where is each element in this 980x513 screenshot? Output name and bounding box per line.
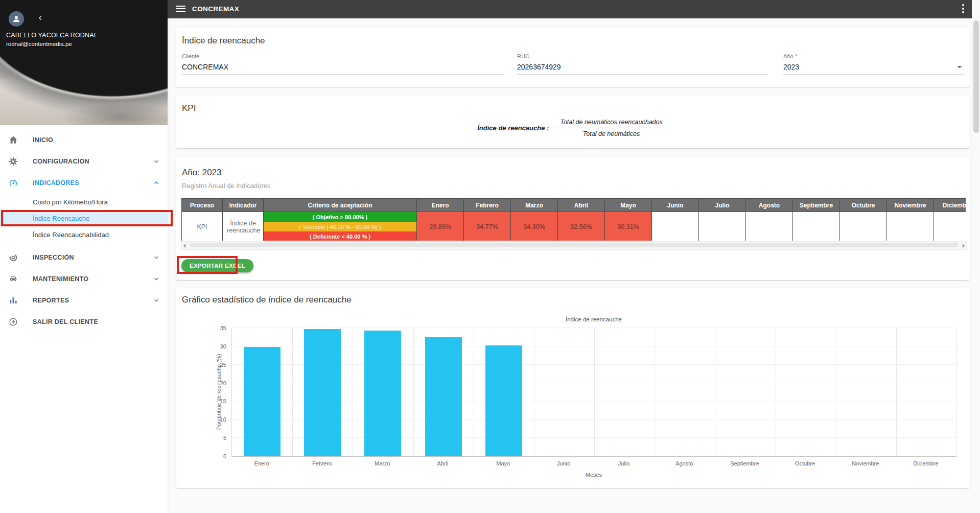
- bar-abril: [425, 337, 462, 457]
- sidebar-item-label: INDICADORES: [33, 179, 79, 186]
- ano-label: Año *: [783, 53, 964, 59]
- bar-marzo: [364, 331, 401, 456]
- ruc-label: RUC: [517, 53, 768, 59]
- cliente-field[interactable]: Cliente CONCREMAX: [182, 53, 504, 75]
- chart-card: Gráfico estadístico de índice de reencau…: [176, 288, 970, 488]
- chart-y-ticks: 05101520253035: [205, 328, 226, 456]
- bar-febrero: [304, 329, 341, 456]
- scroll-left-arrow-icon[interactable]: [183, 244, 185, 248]
- y-tick-label: 25: [220, 362, 226, 368]
- annual-table-wrapper[interactable]: ProcesoIndicadorCriterio de aceptaciónEn…: [181, 198, 966, 241]
- gridline: [715, 328, 715, 456]
- x-tick-label: Mayo: [473, 460, 533, 467]
- month-value-cell: 34.77%: [464, 212, 511, 241]
- x-tick-label: Diciembre: [896, 460, 956, 467]
- x-tick-label: Marzo: [352, 460, 412, 467]
- sidebar-item-indicadores[interactable]: INDICADORES: [0, 172, 168, 194]
- chevron-down-icon: [153, 254, 159, 261]
- sidebar-item-label: CONFIGURACION: [33, 158, 89, 165]
- collapse-sidebar-icon[interactable]: [37, 14, 43, 23]
- table-horizontal-scrollbar[interactable]: [181, 241, 967, 250]
- annual-table: ProcesoIndicadorCriterio de aceptaciónEn…: [181, 198, 966, 241]
- export-excel-button[interactable]: EXPORTAR EXCEL: [181, 259, 253, 272]
- table-header-cell: Enero: [417, 199, 464, 212]
- chart-plot-area: [231, 328, 956, 457]
- table-header-cell: Julio: [699, 199, 746, 212]
- scrollbar-thumb[interactable]: [190, 243, 958, 247]
- exit-icon: [8, 316, 19, 328]
- criterio-cell: ( Objetivo > 80.00% )( Tolerable [ 40.00…: [264, 212, 417, 241]
- x-tick-label: Julio: [594, 460, 654, 467]
- kpi-fraction: Total de neumáticos reencauchados Total …: [554, 119, 668, 137]
- bar-chart-icon: [8, 295, 19, 306]
- sidebar-item-inicio[interactable]: INICIO: [0, 129, 168, 151]
- sidebar-item-label: MANTENIMIENTO: [33, 275, 88, 283]
- y-tick-label: 30: [220, 343, 226, 349]
- month-value-cell: [934, 212, 966, 241]
- table-header-cell: Indicador: [223, 199, 264, 212]
- sidebar-item-indice-reencauchabilidad[interactable]: Índice Reencauchabilidad: [0, 226, 168, 243]
- criteria-band: ( Tolerable [ 40.00 % - 80.00 %] ): [264, 222, 416, 231]
- annual-title: Año: 2023: [182, 168, 222, 178]
- x-tick-label: Octubre: [775, 460, 835, 467]
- user-name: CABELLO YACOLCA RODNAL: [6, 32, 98, 39]
- x-tick-label: Noviembre: [835, 460, 896, 467]
- y-tick-label: 10: [220, 416, 226, 423]
- sidebar-item-label: Índice Reencauchabilidad: [33, 231, 109, 239]
- kebab-menu-icon[interactable]: [962, 4, 965, 15]
- sidebar-item-label: INICIO: [33, 136, 53, 144]
- main-content: Índice de reencauche Cliente CONCREMAX R…: [168, 18, 972, 513]
- chevron-down-icon: [153, 297, 159, 304]
- sidebar-item-salir-del-cliente[interactable]: SALIR DEL CLIENTE: [0, 311, 168, 333]
- month-value-cell: [746, 212, 793, 241]
- table-header-cell: Junio: [652, 199, 699, 212]
- home-icon: [8, 134, 19, 146]
- scroll-right-arrow-icon[interactable]: [963, 244, 965, 248]
- filter-card: Índice de reencauche Cliente CONCREMAX R…: [176, 28, 970, 87]
- bar-enero: [244, 347, 281, 456]
- kpi-formula-label: Índice de reencauche :: [477, 124, 549, 132]
- criteria-band: ( Deficiente < 40.00 % ): [264, 231, 416, 241]
- sidebar-item-inspeccion[interactable]: INSPECCIÓN: [0, 247, 168, 268]
- x-tick-label: Agosto: [654, 460, 714, 467]
- month-value-cell: [652, 212, 699, 241]
- speedometer-icon: [8, 177, 19, 189]
- x-tick-label: Abril: [413, 460, 473, 467]
- sidebar-item-costo-por-kilometro-hora[interactable]: Costo por Kilómetro/Hora: [0, 194, 168, 210]
- sidebar-item-indice-reencauche[interactable]: Índice Reencauche: [0, 210, 168, 226]
- ruc-field[interactable]: RUC 20263674929: [517, 53, 768, 75]
- annual-subtitle: Registro Anual de Indicadores: [182, 182, 270, 190]
- table-header-cell: Proceso: [182, 199, 223, 212]
- indicador-cell: Índice de reencauche: [223, 212, 264, 241]
- chevron-up-icon: [153, 180, 159, 186]
- app-root: CABELLO YACOLCA RODNAL rodnal@contentmed…: [0, 0, 980, 513]
- table-header-cell: Agosto: [746, 199, 793, 212]
- menu-icon[interactable]: [176, 6, 185, 13]
- sidebar-item-mantenimiento[interactable]: MANTENIMIENTO: [0, 268, 168, 290]
- month-value-cell: [699, 212, 746, 241]
- gridline: [292, 328, 293, 456]
- page-scrollbar-thumb[interactable]: [973, 20, 979, 133]
- gridline: [594, 328, 595, 456]
- chart-x-ticks: EneroFebreroMarzoAbrilMayoJunioJulioAgos…: [231, 460, 956, 468]
- bar-chart: Índice de reencauche Porcentaje de reenc…: [176, 288, 970, 488]
- dropdown-arrow-icon: [957, 66, 962, 68]
- sidebar-item-reportes[interactable]: REPORTES: [0, 290, 168, 311]
- y-tick-label: 5: [223, 435, 226, 441]
- page-title: Índice de reencauche: [182, 36, 265, 46]
- kpi-card: KPI Índice de reencauche : Total de neum…: [176, 96, 970, 148]
- chevron-down-icon: [153, 158, 159, 165]
- sidebar-item-configuracion[interactable]: CONFIGURACION: [0, 151, 168, 172]
- sidebar: CABELLO YACOLCA RODNAL rodnal@contentmed…: [0, 0, 168, 513]
- criteria-band: ( Objetivo > 80.00% ): [264, 212, 416, 222]
- y-tick-label: 0: [223, 453, 226, 459]
- table-header-cell: Criterio de aceptación: [264, 199, 417, 212]
- page-scrollbar[interactable]: [972, 0, 980, 513]
- table-header-cell: Mayo: [605, 199, 652, 212]
- ano-select[interactable]: Año * 2023: [783, 53, 964, 75]
- month-value-cell: 32.56%: [558, 212, 605, 241]
- y-tick-label: 15: [220, 398, 226, 404]
- avatar[interactable]: [9, 11, 24, 27]
- month-value-cell: [793, 212, 840, 241]
- person-icon: [12, 14, 21, 24]
